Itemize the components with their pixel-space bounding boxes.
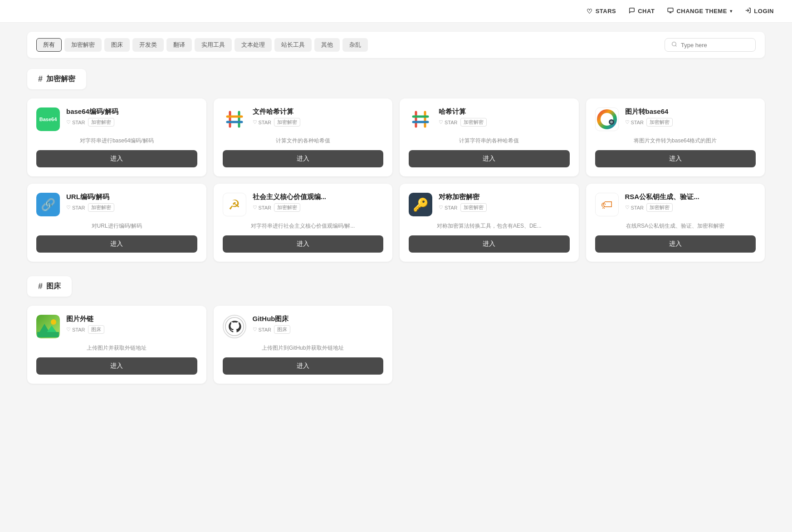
svg-rect-21 [37, 332, 59, 337]
star-btn-symmetric[interactable]: ♡ STAR [439, 205, 458, 210]
filter-tab-translate[interactable]: 翻译 [166, 38, 192, 52]
enter-btn-img-base64[interactable]: 进入 [595, 150, 756, 167]
card-desc-url-encode: 对URL进行编码/解码 [36, 222, 197, 230]
section-title-imagehost: 图床 [46, 282, 61, 291]
star-btn-img-base64[interactable]: ♡ STAR [625, 119, 644, 125]
imagehost-cards-grid: 图片外链 ♡ STAR 图床 上传图片并获取外链地址 进入 [27, 306, 765, 384]
filter-tabs: 所有 加密解密 图床 开发类 翻译 实用工具 文本处理 站长工具 其他 杂乱 [36, 38, 368, 52]
filter-tab-tools[interactable]: 实用工具 [195, 38, 232, 52]
card-top-github-host: GitHub图床 ♡ STAR 图床 [223, 315, 384, 338]
tag-base64: 加密解密 [88, 118, 114, 127]
encrypt-cards-grid: Base64 base64编码/解码 ♡ STAR 加密解密 对字符串进行bas… [27, 98, 765, 262]
card-icon-hash-calc [409, 107, 432, 131]
chat-icon [629, 7, 635, 15]
star-btn-github-host[interactable]: ♡ STAR [253, 327, 272, 332]
enter-btn-file-hash[interactable]: 进入 [223, 150, 384, 167]
card-title-file-hash: 文件哈希计算 [253, 107, 384, 116]
enter-btn-socialist[interactable]: 进入 [223, 235, 384, 253]
svg-point-4 [672, 42, 676, 46]
enter-btn-rsa[interactable]: 进入 [595, 235, 756, 253]
filter-tab-encrypt[interactable]: 加密解密 [64, 38, 102, 52]
login-icon [745, 7, 751, 15]
card-icon-file-hash [223, 107, 246, 131]
nav-change-theme[interactable]: CHANGE THEME ▾ [667, 7, 732, 15]
tag-symmetric: 加密解密 [460, 203, 487, 212]
stars-label: STARS [596, 8, 616, 15]
card-info-img-base64: 图片转base64 ♡ STAR 加密解密 [625, 107, 756, 127]
card-icon-url-encode: 🔗 [36, 193, 60, 216]
login-label: LOGIN [754, 8, 774, 15]
card-title-rsa: RSA公私钥生成、验证... [625, 193, 756, 201]
card-meta-github-host: ♡ STAR 图床 [253, 325, 384, 334]
nav-stars[interactable]: ♡ STARS [587, 8, 616, 15]
star-btn-file-hash[interactable]: ♡ STAR [253, 119, 272, 125]
enter-btn-base64[interactable]: 进入 [36, 150, 197, 167]
section-title-encrypt: 加密解密 [46, 74, 75, 84]
filter-tab-dev[interactable]: 开发类 [132, 38, 164, 52]
card-title-symmetric: 对称加密解密 [439, 193, 570, 201]
enter-btn-img-external[interactable]: 进入 [36, 357, 197, 375]
tag-github-host: 图床 [274, 325, 290, 334]
card-title-base64: base64编码/解码 [66, 107, 197, 116]
star-btn-socialist[interactable]: ♡ STAR [253, 205, 272, 210]
card-top-img-external: 图片外链 ♡ STAR 图床 [36, 315, 197, 338]
card-base64: Base64 base64编码/解码 ♡ STAR 加密解密 对字符串进行bas… [27, 98, 206, 176]
card-meta-hash-calc: ♡ STAR 加密解密 [439, 118, 570, 127]
card-icon-github-host [223, 315, 246, 338]
section-hash-imagehost: # [38, 282, 43, 291]
svg-point-14 [599, 111, 615, 127]
card-icon-img-base64 [595, 107, 619, 131]
star-btn-url-encode[interactable]: ♡ STAR [66, 205, 85, 210]
card-title-github-host: GitHub图床 [253, 315, 384, 323]
card-desc-github-host: 上传图片到GitHub并获取外链地址 [223, 344, 384, 352]
star-btn-img-external[interactable]: ♡ STAR [66, 327, 85, 332]
nav-chat[interactable]: CHAT [629, 7, 655, 15]
card-meta-socialist: ♡ STAR 加密解密 [253, 203, 384, 212]
header: ♡ STARS CHAT CHANGE THEME ▾ LOGIN [0, 0, 792, 23]
card-meta-symmetric: ♡ STAR 加密解密 [439, 203, 570, 212]
filter-tab-webmaster[interactable]: 站长工具 [274, 38, 312, 52]
card-info-img-external: 图片外链 ♡ STAR 图床 [66, 315, 197, 334]
card-top-rsa: 🏷 RSA公私钥生成、验证... ♡ STAR 加密解密 [595, 193, 756, 216]
filter-tab-image-host[interactable]: 图床 [104, 38, 130, 52]
star-btn-rsa[interactable]: ♡ STAR [625, 205, 644, 210]
card-icon-socialist: ☭ [223, 193, 246, 216]
card-top-img-base64: 图片转base64 ♡ STAR 加密解密 [595, 107, 756, 131]
star-btn-base64[interactable]: ♡ STAR [66, 119, 85, 125]
filter-tab-text[interactable]: 文本处理 [235, 38, 272, 52]
star-btn-hash-calc[interactable]: ♡ STAR [439, 119, 458, 125]
filter-tab-other[interactable]: 其他 [314, 38, 340, 52]
card-info-hash-calc: 哈希计算 ♡ STAR 加密解密 [439, 107, 570, 127]
enter-btn-github-host[interactable]: 进入 [223, 357, 384, 375]
tag-hash-calc: 加密解密 [460, 118, 487, 127]
card-meta-rsa: ♡ STAR 加密解密 [625, 203, 756, 212]
tag-url-encode: 加密解密 [88, 203, 114, 212]
card-desc-rsa: 在线RSA公私钥生成、验证、加密和解密 [595, 222, 756, 230]
card-desc-socialist: 对字符串进行社会主义核心价值观编码/解... [223, 222, 384, 230]
card-icon-rsa: 🏷 [595, 193, 619, 216]
card-hash-calc: 哈希计算 ♡ STAR 加密解密 计算字符串的各种哈希值 进入 [400, 98, 579, 176]
chevron-down-icon: ▾ [730, 9, 733, 14]
svg-rect-0 [668, 8, 674, 12]
card-github-host: GitHub图床 ♡ STAR 图床 上传图片到GitHub并获取外链地址 进入 [214, 306, 393, 384]
enter-btn-hash-calc[interactable]: 进入 [409, 150, 570, 167]
svg-point-20 [51, 319, 56, 325]
card-info-socialist: 社会主义核心价值观编... ♡ STAR 加密解密 [253, 193, 384, 212]
filter-tab-all[interactable]: 所有 [36, 38, 62, 52]
card-title-socialist: 社会主义核心价值观编... [253, 193, 384, 201]
card-rsa: 🏷 RSA公私钥生成、验证... ♡ STAR 加密解密 在线RSA公私钥生成、… [586, 184, 765, 262]
filter-tab-misc[interactable]: 杂乱 [342, 38, 368, 52]
card-top-socialist: ☭ 社会主义核心价值观编... ♡ STAR 加密解密 [223, 193, 384, 216]
nav-login[interactable]: LOGIN [745, 7, 774, 15]
heart-icon: ♡ [587, 8, 593, 15]
enter-btn-url-encode[interactable]: 进入 [36, 235, 197, 253]
tag-img-base64: 加密解密 [646, 118, 673, 127]
tag-file-hash: 加密解密 [274, 118, 300, 127]
card-top-url-encode: 🔗 URL编码/解码 ♡ STAR 加密解密 [36, 193, 197, 216]
card-desc-hash-calc: 计算字符串的各种哈希值 [409, 137, 570, 145]
card-info-symmetric: 对称加密解密 ♡ STAR 加密解密 [439, 193, 570, 212]
card-icon-symmetric: 🔑 [409, 193, 432, 216]
enter-btn-symmetric[interactable]: 进入 [409, 235, 570, 253]
card-info-base64: base64编码/解码 ♡ STAR 加密解密 [66, 107, 197, 127]
search-input[interactable] [681, 42, 749, 49]
